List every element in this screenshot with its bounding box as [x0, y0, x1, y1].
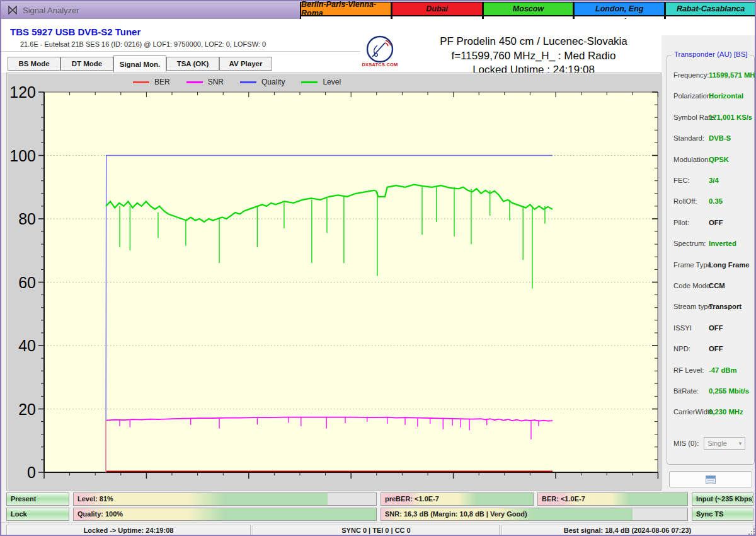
transponder-row-frequency-: Frequency:11599,571 MHz — [673, 71, 753, 81]
frequency-service: f=11599,760 MHz_H_ : Med Radio — [392, 50, 675, 62]
app-icon — [8, 6, 18, 15]
status-uptime: Locked -> Uptime: 24:19:08 — [6, 525, 251, 536]
dxsatcs-logo-text: DXSATCS.COM — [362, 62, 398, 67]
svg-text:0: 0 — [27, 463, 36, 481]
transponder-value: 0.35 — [709, 197, 723, 205]
list-icon — [706, 475, 716, 484]
window-title: Signal Analyzer — [23, 6, 79, 15]
transponder-row-carrierwidth-: CarrierWidth:0,230 MHz — [673, 408, 753, 418]
transponder-row-frame-type-: Frame Type:Long Frame — [673, 261, 753, 271]
tab-dt-mode[interactable]: DT Mode — [60, 57, 113, 71]
legend-item-ber: BER — [133, 78, 170, 86]
clock-city-label: Dubai — [392, 3, 482, 16]
transponder-value: Horizontal — [709, 92, 743, 100]
indicator-input: Input (~235 Kbps) — [692, 492, 753, 506]
svg-text:100: 100 — [9, 147, 36, 165]
indicator-preber-meter: preBER: <1.0E-7 — [381, 492, 534, 506]
svg-text:20: 20 — [18, 400, 36, 418]
transponder-label: Polarization: — [673, 92, 713, 100]
tab-signal-mon-[interactable]: Signal Mon. — [113, 55, 166, 73]
transponder-label: Pilot: — [673, 219, 689, 226]
mis-select[interactable]: Single ▾ — [704, 437, 745, 450]
transponder-value: Long Frame — [709, 261, 750, 269]
chevron-down-icon: ▾ — [739, 440, 742, 446]
legend-swatch — [186, 81, 203, 83]
clock-city-label: Moscow — [484, 3, 573, 16]
legend-label: SNR — [208, 78, 224, 86]
transponder-label: ISSYI — [673, 324, 692, 332]
status-best-signal: Best signal: 18,4 dB (2024-08-06 07:23) — [501, 525, 753, 536]
tab-av-player[interactable]: AV Player — [219, 57, 272, 71]
transponder-row-code-mode-: Code Mode:CCM — [673, 282, 753, 292]
transponder-value: 0,255 Mbit/s — [709, 387, 749, 395]
transponder-row-rf-level-: RF Level:-47 dBm — [673, 366, 753, 376]
transponder-row-polarization-: Polarization:Horizontal — [673, 92, 753, 102]
legend-label: Level — [323, 78, 341, 86]
dxsatcs-logo: DXSATCS.COM — [360, 35, 399, 73]
legend-swatch — [133, 81, 149, 83]
transponder-value: QPSK — [709, 156, 729, 163]
indicator-lock: Lock — [6, 508, 69, 521]
transponder-value: 0,230 MHz — [709, 408, 743, 416]
status-sync-counters: SYNC 0 | TEI 0 | CC 0 — [253, 525, 500, 536]
transponder-row-spectrum-: Spectrum:Inverted — [673, 240, 753, 250]
signal-chart-panel: BERSNRQualityLevel 020406080100120 — [6, 73, 662, 491]
transponder-label: BitRate: — [673, 387, 699, 395]
legend-item-snr: SNR — [186, 78, 224, 86]
legend-item-quality: Quality — [240, 78, 285, 86]
tuner-title: TBS 5927 USB DVB-S2 Tuner — [10, 26, 140, 37]
tab-bs-mode[interactable]: BS Mode — [8, 57, 60, 71]
indicator-level-meter: Level: 81% — [73, 492, 377, 506]
transponder-value: CCM — [709, 282, 725, 289]
transponder-label: NPD: — [673, 345, 690, 352]
legend-label: Quality — [261, 78, 285, 86]
transponder-value: -47 dBm — [709, 366, 737, 374]
transponder-label: Frequency: — [673, 71, 709, 79]
transponder-label: Spectrum: — [673, 240, 706, 247]
stream-list-button[interactable] — [669, 471, 752, 487]
mis-label: MIS (0): — [673, 440, 699, 447]
transponder-value: DVB-S — [709, 134, 731, 142]
signal-analyzer-window: Signal Analyzer Berlin-Paris-Vienna-Roma… — [0, 0, 756, 536]
transponder-groupbox: Transponder (AU) [BS] Frequency:11599,57… — [667, 55, 755, 465]
status-bar: Locked -> Uptime: 24:19:08 SYNC 0 | TEI … — [1, 522, 756, 536]
svg-text:120: 120 — [9, 83, 36, 101]
transponder-label: Code Mode: — [673, 282, 713, 289]
clock-city-label: London, Eng — [575, 3, 664, 16]
tab-tsa-ok-[interactable]: TSA (OK) — [166, 57, 219, 71]
legend-label: BER — [154, 78, 170, 86]
transponder-label: Standard: — [673, 134, 704, 142]
chart-legend: BERSNRQualityLevel — [133, 76, 341, 88]
svg-text:60: 60 — [18, 274, 36, 291]
transponder-label: Modulation: — [673, 156, 710, 163]
legend-swatch — [301, 81, 318, 83]
transponder-label: Frame Type: — [673, 261, 713, 269]
antenna-location: PF Prodelin 450 cm / Lucenec-Slovakia — [392, 35, 675, 48]
transponder-row-npd-: NPD:OFF — [673, 345, 753, 355]
transponder-value: 11599,571 MHz — [709, 71, 756, 79]
transponder-value: 3/4 — [709, 177, 719, 184]
indicator-sync-ts: Sync TS — [692, 508, 753, 521]
transponder-panel: Transponder (AU) [BS] Frequency:11599,57… — [662, 35, 756, 491]
transponder-row-rolloff-: RollOff:0.35 — [673, 197, 753, 207]
transponder-value: Inverted — [709, 240, 736, 247]
transponder-row-issyi: ISSYIOFF — [673, 324, 753, 334]
transponder-row-stream-type-: Stream type:Transport — [673, 303, 753, 313]
indicator-snr-meter: SNR: 16,3 dB (Margin: 10,8 dB | Very Goo… — [381, 508, 688, 521]
svg-text:40: 40 — [18, 337, 36, 354]
transponder-row-pilot-: Pilot:OFF — [673, 219, 753, 229]
transponder-value: 171,001 KS/s — [709, 114, 752, 121]
indicator-quality-meter: Quality: 100% — [73, 508, 377, 521]
resize-grip[interactable] — [748, 528, 755, 535]
transponder-row-bitrate-: BitRate:0,255 Mbit/s — [673, 387, 753, 397]
legend-item-level: Level — [301, 78, 341, 86]
divider — [1, 51, 360, 52]
transponder-value: OFF — [709, 345, 723, 352]
indicator-present: Present — [6, 492, 69, 506]
transponder-value: OFF — [709, 219, 723, 226]
transponder-label: RF Level: — [673, 366, 704, 374]
indicator-ber-meter: BER: <1.0E-7 — [537, 492, 688, 506]
transponder-row-standard-: Standard:DVB-S — [673, 134, 753, 144]
transponder-label: FEC: — [673, 177, 690, 184]
clock-city-label: Rabat-Casablanca — [666, 3, 755, 16]
